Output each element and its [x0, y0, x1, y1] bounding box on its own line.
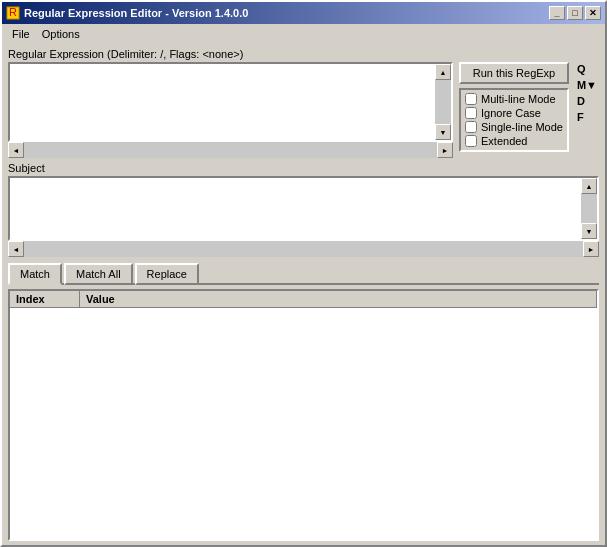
regex-input[interactable] [10, 64, 435, 140]
tab-replace[interactable]: Replace [135, 263, 199, 285]
title-bar-left: R Regular Expression Editor - Version 1.… [6, 6, 248, 20]
results-body [10, 308, 597, 539]
ignorecase-input[interactable] [465, 107, 477, 119]
multiline-checkbox[interactable]: Multi-line Mode [465, 93, 563, 105]
multiline-input[interactable] [465, 93, 477, 105]
title-buttons: _ □ ✕ [549, 6, 601, 20]
regex-controls: Run this RegExp Multi-line Mode Ignore C… [459, 62, 569, 152]
subject-scroll-up[interactable]: ▲ [581, 178, 597, 194]
minimize-button[interactable]: _ [549, 6, 565, 20]
main-window: R Regular Expression Editor - Version 1.… [0, 0, 607, 547]
multiline-label: Multi-line Mode [481, 93, 556, 105]
letter-f[interactable]: F [575, 110, 599, 124]
regex-scroll-track [435, 80, 451, 124]
menu-file[interactable]: File [6, 26, 36, 42]
col-header-value[interactable]: Value [80, 291, 597, 307]
singleline-label: Single-line Mode [481, 121, 563, 133]
subject-label: Subject [8, 162, 599, 174]
subject-scroll-right[interactable]: ► [583, 241, 599, 257]
results-section: Index Value [8, 289, 599, 541]
menu-options[interactable]: Options [36, 26, 86, 42]
regex-input-container: ▲ ▼ ◄ ► [8, 62, 453, 158]
singleline-input[interactable] [465, 121, 477, 133]
ignorecase-checkbox[interactable]: Ignore Case [465, 107, 563, 119]
singleline-checkbox[interactable]: Single-line Mode [465, 121, 563, 133]
subject-hscrollbar: ◄ ► [8, 241, 599, 257]
regex-scroll-left[interactable]: ◄ [8, 142, 24, 158]
maximize-button[interactable]: □ [567, 6, 583, 20]
regex-hscroll-track [24, 142, 437, 158]
regex-hscrollbar: ◄ ► [8, 142, 453, 158]
regex-checkboxes: Multi-line Mode Ignore Case Single-line … [459, 88, 569, 152]
regex-textarea-wrapper: ▲ ▼ [8, 62, 453, 142]
extended-label: Extended [481, 135, 527, 147]
main-content: Regular Expression (Delimiter: /, Flags:… [2, 44, 605, 545]
subject-hscroll-track [24, 241, 583, 257]
app-icon: R [6, 6, 20, 20]
subject-scroll-track [581, 194, 597, 223]
extended-input[interactable] [465, 135, 477, 147]
regex-scroll-up[interactable]: ▲ [435, 64, 451, 80]
regex-scroll-down[interactable]: ▼ [435, 124, 451, 140]
letter-d[interactable]: D [575, 94, 599, 108]
letter-q[interactable]: Q [575, 62, 599, 76]
close-button[interactable]: ✕ [585, 6, 601, 20]
run-regexp-button[interactable]: Run this RegExp [459, 62, 569, 84]
svg-text:R: R [9, 6, 17, 18]
window-title: Regular Expression Editor - Version 1.4.… [24, 7, 248, 19]
regex-vscrollbar: ▲ ▼ [435, 64, 451, 140]
letter-m[interactable]: M▼ [575, 78, 599, 92]
subject-scroll-left[interactable]: ◄ [8, 241, 24, 257]
regex-section-label: Regular Expression (Delimiter: /, Flags:… [8, 48, 599, 60]
subject-textarea-wrapper: ▲ ▼ [8, 176, 599, 241]
extended-checkbox[interactable]: Extended [465, 135, 563, 147]
regex-panel: ▲ ▼ ◄ ► Run this RegExp [8, 62, 599, 158]
title-bar: R Regular Expression Editor - Version 1.… [2, 2, 605, 24]
regex-scroll-right[interactable]: ► [437, 142, 453, 158]
tabs-bar: Match Match All Replace [8, 261, 599, 285]
side-letters: Q M▼ D F [575, 62, 599, 152]
subject-input[interactable] [10, 178, 581, 239]
subject-scroll-down[interactable]: ▼ [581, 223, 597, 239]
col-header-index[interactable]: Index [10, 291, 80, 307]
regex-right-panel: Run this RegExp Multi-line Mode Ignore C… [459, 62, 599, 152]
tabs-section: Match Match All Replace [8, 261, 599, 285]
tab-match-all[interactable]: Match All [64, 263, 133, 285]
ignorecase-label: Ignore Case [481, 107, 541, 119]
subject-wrapper: ▲ ▼ ◄ ► [8, 176, 599, 257]
results-header: Index Value [10, 291, 597, 308]
regex-section: Regular Expression (Delimiter: /, Flags:… [8, 48, 599, 158]
menubar: File Options [2, 24, 605, 44]
subject-vscrollbar: ▲ ▼ [581, 178, 597, 239]
subject-section: Subject ▲ ▼ ◄ ► [8, 162, 599, 257]
tab-match[interactable]: Match [8, 263, 62, 285]
